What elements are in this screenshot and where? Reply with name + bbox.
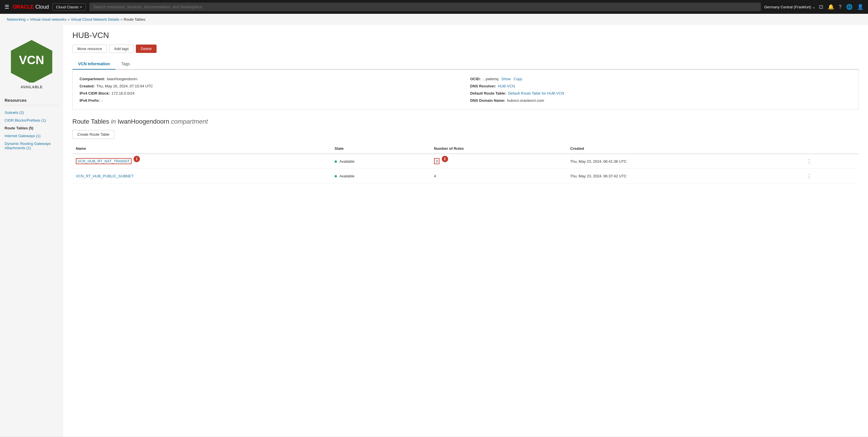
row1-name-highlight: VCN_HUB_RT_NAT_TRANSIT	[76, 158, 131, 164]
table-row: VCN_HUB_RT_NAT_TRANSIT 1 Available 3 2	[72, 154, 859, 169]
row1-state-value: Available	[340, 159, 355, 164]
add-tags-button[interactable]: Add tags	[109, 45, 133, 53]
move-resource-button[interactable]: Move resource	[72, 45, 107, 53]
global-search-input[interactable]	[89, 3, 761, 11]
breadcrumb-vcn-list[interactable]: Virtual cloud networks	[30, 17, 66, 22]
dns-resolver-label: DNS Resolver:	[470, 84, 496, 88]
table-row: VCN_RT_HUB_PUBLIC_SUBNET Available 4 Thu…	[72, 169, 859, 183]
cloud-shell-icon[interactable]: ⊡	[819, 4, 823, 10]
row2-name-cell: VCN_RT_HUB_PUBLIC_SUBNET	[72, 169, 331, 183]
table-header-row: Name State Number of Rules Created	[72, 143, 859, 154]
ipv4-value: 172.16.0.0/24	[112, 91, 134, 95]
row1-name-badge: 1	[133, 156, 140, 162]
row2-name-link[interactable]: VCN_RT_HUB_PUBLIC_SUBNET	[76, 174, 133, 178]
oracle-logo[interactable]: ORACLE Cloud	[13, 4, 49, 10]
sidebar-item-cidr[interactable]: CIDR Blocks/Prefixes (1)	[5, 116, 59, 124]
info-col-right: OCID: ...ywtemq Show Copy DNS Resolver: …	[470, 77, 851, 103]
svg-text:VCN: VCN	[19, 53, 44, 67]
region-chevron-icon: ⌄	[812, 5, 815, 9]
ocid-label: OCID:	[470, 77, 481, 81]
notifications-icon[interactable]: 🔔	[828, 4, 834, 10]
region-selector[interactable]: Germany Central (Frankfurt) ⌄	[764, 5, 815, 9]
vcn-hexagon-logo: VCN	[9, 36, 55, 83]
row2-created-value: Thu, May 23, 2024, 06:37:42 UTC	[567, 169, 801, 183]
region-label: Germany Central (Frankfurt)	[764, 5, 811, 9]
ocid-copy-link[interactable]: Copy	[514, 77, 522, 81]
info-ipv6-row: IPv6 Prefix: -	[80, 98, 461, 103]
route-tables-section: Route Tables in IwanHoogendoorn compartm…	[72, 118, 859, 183]
ipv6-label: IPv6 Prefix:	[80, 98, 100, 103]
breadcrumb-sep-2: »	[67, 17, 69, 22]
compartment-value: IwanHoogendoorn	[107, 77, 137, 81]
delete-button[interactable]: Delete	[136, 45, 157, 53]
col-rules: Number of Rules	[431, 143, 567, 154]
breadcrumb-networking[interactable]: Networking	[7, 17, 26, 22]
breadcrumb-sep-3: »	[120, 17, 122, 22]
cloud-text: Cloud	[35, 4, 49, 10]
main-content: VCN AVAILABLE Resources Subnets (2) CIDR…	[0, 25, 868, 437]
sidebar-item-subnets[interactable]: Subnets (2)	[5, 109, 59, 116]
resources-section: Resources Subnets (2) CIDR Blocks/Prefix…	[0, 92, 63, 152]
tab-tags[interactable]: Tags	[116, 59, 135, 69]
row2-state-value: Available	[340, 174, 355, 178]
top-navigation: ☰ ORACLE Cloud Cloud Classic > Germany C…	[0, 0, 868, 14]
ocid-show-link[interactable]: Show	[501, 77, 511, 81]
row1-menu-button[interactable]: ⋮	[805, 157, 813, 165]
dns-resolver-link[interactable]: HUB-VCN	[498, 84, 515, 88]
info-default-rt-row: Default Route Table: Default Route Table…	[470, 91, 851, 95]
hamburger-menu-icon[interactable]: ☰	[5, 4, 9, 10]
row1-created-value: Thu, May 23, 2024, 06:41:38 UTC	[567, 154, 801, 169]
vcn-info-grid: Compartment: IwanHoogendoorn Created: Th…	[80, 77, 851, 103]
row2-rules-value: 4	[431, 169, 567, 183]
action-buttons: Move resource Add tags Delete	[72, 45, 859, 53]
breadcrumb-sep-1: »	[27, 17, 29, 22]
row1-rules-cell: 3 2	[431, 154, 567, 169]
dns-domain-value: hubvcn.oraclevcn.com	[507, 98, 544, 103]
row1-menu-cell: ⋮	[801, 154, 859, 169]
ocid-value: ...ywtemq	[483, 77, 499, 81]
default-rt-link[interactable]: Default Route Table for HUB-VCN	[508, 91, 564, 95]
sidebar-item-internet-gateways[interactable]: Internet Gateways (1)	[5, 132, 59, 140]
breadcrumb-current: Route Tables	[124, 17, 146, 22]
compartment-label: Compartment:	[80, 77, 105, 81]
info-ocid-row: OCID: ...ywtemq Show Copy	[470, 77, 851, 81]
row1-name-link[interactable]: VCN_HUB_RT_NAT_TRANSIT	[78, 159, 130, 163]
breadcrumb-vcn-details[interactable]: Virtual Cloud Network Details	[71, 17, 119, 22]
global-icon[interactable]: 🌐	[846, 4, 852, 10]
page-title: HUB-VCN	[72, 31, 859, 40]
info-col-left: Compartment: IwanHoogendoorn Created: Th…	[80, 77, 461, 103]
row1-state-cell: Available	[331, 154, 431, 169]
row1-rules-highlight: 3	[434, 158, 439, 164]
default-rt-label: Default Route Table:	[470, 91, 506, 95]
tab-vcn-information[interactable]: VCN Information	[72, 59, 116, 69]
create-route-table-button[interactable]: Create Route Table	[72, 130, 114, 139]
resources-heading: Resources	[5, 98, 59, 105]
row2-menu-button[interactable]: ⋮	[805, 172, 813, 180]
info-compartment-row: Compartment: IwanHoogendoorn	[80, 77, 461, 81]
breadcrumb: Networking » Virtual cloud networks » Vi…	[0, 14, 868, 25]
route-tables-heading: Route Tables in IwanHoogendoorn compartm…	[72, 118, 859, 125]
sidebar-item-drg[interactable]: Dynamic Routing Gateways Attachments (1)	[5, 140, 59, 152]
nav-icon-group: ⊡ 🔔 ? 🌐 👤	[819, 4, 863, 10]
cloud-classic-button[interactable]: Cloud Classic >	[52, 3, 86, 11]
row1-name-cell: VCN_HUB_RT_NAT_TRANSIT 1	[72, 154, 331, 169]
vcn-status-label: AVAILABLE	[21, 85, 43, 89]
ipv6-value: -	[102, 98, 103, 103]
content-area: HUB-VCN Move resource Add tags Delete VC…	[63, 25, 868, 437]
col-actions	[801, 143, 859, 154]
vcn-info-panel: Compartment: IwanHoogendoorn Created: Th…	[72, 69, 859, 110]
user-avatar-icon[interactable]: 👤	[857, 4, 863, 10]
dns-domain-label: DNS Domain Name:	[470, 98, 505, 103]
row2-menu-cell: ⋮	[801, 169, 859, 183]
row1-status-dot	[335, 161, 337, 163]
info-created-row: Created: Thu, May 16, 2024, 07:15:04 UTC	[80, 84, 461, 88]
row2-status-dot	[335, 175, 337, 177]
col-name: Name	[72, 143, 331, 154]
sidebar: VCN AVAILABLE Resources Subnets (2) CIDR…	[0, 25, 63, 437]
route-tables-table: Name State Number of Rules Created VCN_H…	[72, 143, 859, 183]
sidebar-item-route-tables[interactable]: Route Tables (5)	[5, 124, 59, 132]
row2-state-cell: Available	[331, 169, 431, 183]
col-state: State	[331, 143, 431, 154]
created-label: Created:	[80, 84, 95, 88]
help-icon[interactable]: ?	[839, 4, 842, 10]
